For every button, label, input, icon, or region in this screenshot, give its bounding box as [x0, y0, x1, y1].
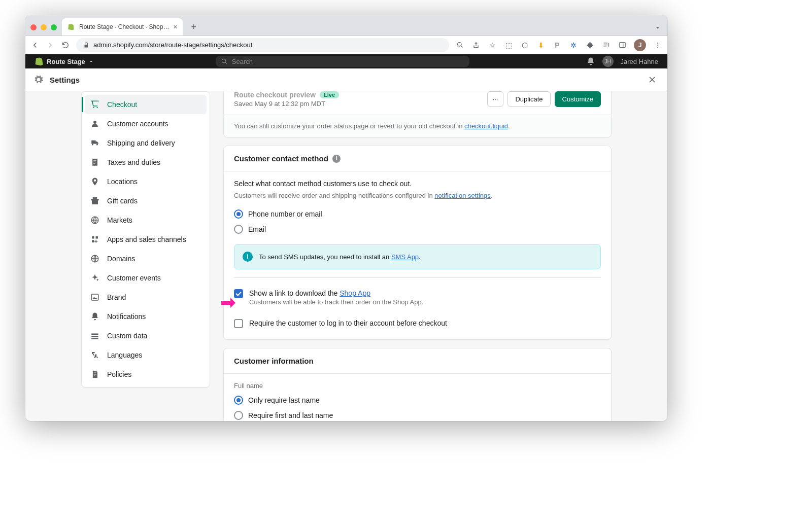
radio-input[interactable] — [234, 209, 243, 219]
user-avatar[interactable]: JH — [602, 56, 614, 67]
sidebar-item-customer-events[interactable]: Customer events — [82, 268, 210, 288]
sidebar-item-label: Gift cards — [107, 197, 138, 205]
radio-input[interactable] — [234, 411, 243, 420]
tab-title: Route Stage · Checkout · Shop… — [79, 23, 169, 30]
sidebar-item-policies[interactable]: Policies — [82, 365, 210, 384]
tab-overflow-icon[interactable] — [654, 24, 667, 36]
radio-input[interactable] — [234, 225, 243, 234]
checkbox-input[interactable] — [234, 289, 243, 298]
customer-info-card: Customer information Full name Only requ… — [223, 348, 612, 421]
extension-2-icon[interactable]: ⬡ — [520, 41, 529, 50]
shop-app-checkbox-row[interactable]: Show a link to download the Shop App Cus… — [234, 286, 601, 309]
main-column: Route checkout preview Live Saved May 9 … — [223, 91, 612, 421]
star-icon[interactable]: ☆ — [488, 41, 497, 50]
sidebar-item-gift-cards[interactable]: Gift cards — [82, 191, 210, 210]
radio-phone-email[interactable]: Phone number or email — [234, 206, 601, 222]
sidebar-item-taxes[interactable]: Taxes and duties — [82, 153, 210, 172]
sidebar-item-locations[interactable]: Locations — [82, 172, 210, 191]
browser-tabbar: Route Stage · Checkout · Shop… × + — [25, 15, 667, 36]
sidebar-item-markets[interactable]: Markets — [82, 210, 210, 230]
sidebar-item-brand[interactable]: Brand — [82, 288, 210, 307]
sidebar-item-domains[interactable]: Domains — [82, 249, 210, 268]
bell-icon[interactable] — [586, 57, 595, 66]
extension-5-icon[interactable]: ✲ — [569, 41, 578, 50]
reading-list-icon[interactable] — [601, 41, 611, 50]
browser-menu-icon[interactable]: ⋮ — [653, 41, 662, 50]
image-icon — [90, 292, 100, 302]
sidebar-item-label: Apps and sales channels — [107, 235, 186, 243]
shopify-topbar: Route Stage Search JH Jared Hahne — [25, 54, 667, 68]
sidebar-item-label: Custom data — [107, 332, 147, 340]
checkout-preview-card: Route checkout preview Live Saved May 9 … — [223, 91, 612, 137]
window-minimize-icon[interactable] — [41, 24, 47, 30]
checkbox-sub: Customers will be able to track their or… — [249, 298, 423, 306]
sidebar-item-languages[interactable]: Languages — [82, 345, 210, 365]
new-tab-button[interactable]: + — [187, 20, 201, 34]
sidebar-item-shipping[interactable]: Shipping and delivery — [82, 133, 210, 153]
sidebar-item-label: Brand — [107, 293, 126, 301]
toolbar-icons: ☆ ⬚ ⬡ ⬇ P ✲ J ⋮ — [455, 39, 662, 51]
more-button[interactable]: ··· — [487, 91, 504, 107]
sidebar-item-apps[interactable]: Apps and sales channels — [82, 230, 210, 249]
sidebar-item-customer-accounts[interactable]: Customer accounts — [82, 114, 210, 133]
chevron-down-icon — [88, 59, 94, 64]
svg-rect-8 — [91, 294, 98, 300]
sparkle-icon — [90, 273, 100, 283]
extension-3-icon[interactable]: ⬇ — [536, 41, 546, 50]
customize-button[interactable]: Customize — [555, 91, 601, 107]
gift-icon — [90, 196, 100, 206]
sidebar-item-label: Languages — [107, 351, 142, 359]
shop-app-link[interactable]: Shop App — [340, 289, 370, 297]
sidebar-item-notifications[interactable]: Notifications — [82, 307, 210, 326]
sidebar-item-checkout[interactable]: Checkout — [85, 95, 207, 114]
search-icon[interactable] — [455, 41, 464, 50]
notification-settings-link[interactable]: notification settings — [434, 192, 491, 199]
policy-icon — [90, 369, 100, 379]
nav-back-icon[interactable] — [30, 41, 40, 50]
browser-toolbar: admin.shopify.com/store/route-stage/sett… — [25, 36, 667, 54]
radio-first-last[interactable]: Require first and last name — [234, 408, 601, 421]
radio-email[interactable]: Email — [234, 222, 601, 237]
checkout-liquid-link[interactable]: checkout.liquid — [464, 122, 508, 130]
sidebar-item-label: Customer accounts — [107, 120, 168, 128]
radio-input[interactable] — [234, 396, 243, 405]
info-icon[interactable]: i — [332, 155, 341, 163]
nav-forward-icon[interactable] — [46, 41, 55, 50]
sidebar-item-label: Policies — [107, 370, 131, 378]
tab-close-icon[interactable]: × — [173, 23, 177, 31]
sidepanel-icon[interactable] — [618, 41, 627, 50]
contact-method-card: Customer contact method i Select what co… — [223, 146, 612, 340]
extension-4-icon[interactable]: P — [553, 41, 562, 50]
checkbox-input[interactable] — [234, 319, 243, 328]
window-close-icon[interactable] — [30, 24, 37, 30]
extensions-icon[interactable] — [585, 41, 594, 50]
radio-last-only[interactable]: Only require last name — [234, 393, 601, 408]
layers-icon — [90, 331, 100, 341]
svg-point-4 — [96, 107, 97, 108]
bell-icon — [90, 311, 100, 322]
sidebar-item-label: Notifications — [107, 312, 146, 321]
shopify-search[interactable]: Search — [216, 56, 469, 67]
sidebar-item-custom-data[interactable]: Custom data — [82, 326, 210, 345]
browser-tab[interactable]: Route Stage · Checkout · Shop… × — [62, 18, 183, 36]
shopify-logo[interactable]: Route Stage — [35, 57, 94, 66]
settings-sidebar: Checkout Customer accounts Shipping and … — [81, 91, 210, 387]
profile-avatar[interactable]: J — [634, 39, 646, 51]
svg-point-5 — [93, 121, 96, 124]
sms-app-link[interactable]: SMS App — [391, 253, 419, 261]
extension-1-icon[interactable]: ⬚ — [504, 41, 513, 50]
window-zoom-icon[interactable] — [51, 24, 57, 30]
user-name[interactable]: Jared Hahne — [621, 58, 658, 65]
duplicate-button[interactable]: Duplicate — [507, 91, 550, 107]
shopify-favicon-icon — [67, 23, 75, 31]
shopify-topbar-right: JH Jared Hahne — [586, 56, 658, 67]
sidebar-item-label: Taxes and duties — [107, 158, 160, 166]
close-button[interactable] — [645, 73, 659, 87]
sidebar-item-label: Domains — [107, 255, 135, 263]
sidebar-item-label: Shipping and delivery — [107, 139, 175, 147]
nav-reload-icon[interactable] — [61, 41, 70, 50]
require-login-checkbox-row[interactable]: Require the customer to log in to their … — [234, 316, 601, 331]
share-icon[interactable] — [471, 41, 481, 50]
translate-icon — [90, 350, 100, 360]
address-bar[interactable]: admin.shopify.com/store/route-stage/sett… — [76, 38, 449, 52]
